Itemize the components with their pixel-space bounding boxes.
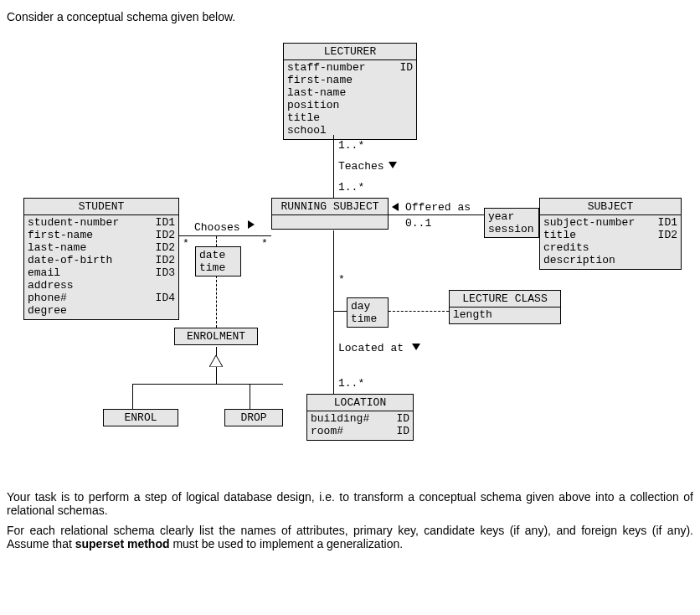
attr: staff-number	[287, 62, 366, 75]
attr: building#	[311, 413, 369, 426]
attr: last-name	[287, 87, 346, 100]
mult-chooses-left: *	[183, 237, 189, 250]
location-title: LOCATION	[307, 395, 413, 411]
label-chooses: Chooses	[194, 221, 240, 234]
assoc-chooses: date time	[195, 246, 241, 276]
attr: description	[543, 255, 615, 267]
intro-text: Consider a conceptual schema given below…	[7, 10, 693, 23]
attr-tag: ID2	[658, 230, 677, 242]
label-offered-as: Offered as	[405, 201, 471, 214]
outro-2: For each relational schema clearly list …	[7, 524, 693, 550]
arrow-offered-as	[392, 203, 399, 211]
assoc-attr: time	[351, 313, 384, 325]
entity-subject: SUBJECT subject-numberID1 titleID2 credi…	[539, 198, 682, 270]
mult-running-star: *	[338, 273, 345, 286]
enrol-title: ENROL	[104, 410, 178, 426]
mult-located: 1..*	[338, 377, 364, 390]
entity-lecture-class: LECTURE CLASS length	[449, 290, 561, 324]
outro-2-bold: superset method	[75, 537, 170, 550]
attr-tag: ID2	[156, 230, 175, 242]
lecturer-title: LECTURER	[284, 44, 416, 60]
attr: student-number	[28, 217, 119, 230]
attr: phone#	[28, 292, 67, 305]
conn-chooses-assoc	[216, 236, 217, 246]
attr: degree	[28, 305, 67, 318]
entity-location: LOCATION building#ID room#ID	[306, 394, 414, 441]
gen-triangle-icon	[209, 355, 223, 367]
conn-running-down	[333, 230, 334, 297]
arrow-located	[412, 344, 420, 350]
conn-located	[333, 339, 334, 394]
mult-teaches-bottom: 1..*	[338, 181, 364, 194]
attr-tag: ID1	[156, 217, 175, 230]
running-subject-title: RUNNING SUBJECT	[272, 199, 388, 215]
conn-daytime-down	[333, 297, 334, 339]
attr: length	[453, 309, 492, 322]
student-title: STUDENT	[24, 199, 178, 215]
conn-daytime-lecture	[389, 311, 449, 312]
outro-2-tail: must be used to implement a generalizati…	[170, 537, 404, 550]
attr: room#	[311, 426, 343, 438]
qualifier-year-session: year session	[484, 208, 539, 238]
attr-tag: ID1	[658, 217, 677, 230]
conn-gen-bar	[132, 384, 283, 385]
conn-offered-as	[389, 214, 484, 215]
attr: email	[28, 267, 60, 280]
attr-tag: ID4	[156, 292, 175, 305]
attr: last-name	[28, 242, 86, 255]
attr: title	[287, 112, 320, 125]
conn-gen-left	[132, 384, 133, 409]
lecture-class-title: LECTURE CLASS	[450, 291, 560, 308]
conn-daytime-left	[333, 311, 347, 312]
label-teaches: Teaches	[338, 160, 384, 173]
entity-drop: DROP	[224, 409, 283, 426]
attr: first-name	[287, 75, 353, 87]
attr: position	[287, 100, 339, 112]
qualifier-attr: session	[488, 223, 535, 235]
attr-tag: ID	[396, 426, 409, 438]
entity-student: STUDENT student-numberID1 first-nameID2 …	[23, 198, 179, 320]
attr: date-of-birth	[28, 255, 112, 267]
attr: credits	[543, 242, 589, 255]
attr-tag: ID3	[156, 267, 175, 280]
attr-tag: ID	[396, 413, 409, 426]
attr: first-name	[28, 230, 93, 242]
attr-tag: ID2	[156, 242, 175, 255]
mult-chooses-right: *	[261, 237, 268, 250]
mult-teaches-top: 1..*	[338, 139, 364, 152]
mult-offered-as: 0..1	[405, 217, 431, 230]
attr-tag: ID2	[156, 255, 175, 267]
attr: school	[287, 125, 327, 137]
assoc-attr: date	[199, 249, 237, 261]
conn-chooses-enrolment	[216, 276, 217, 328]
er-diagram: LECTURER staff-numberID first-name last-…	[7, 30, 693, 487]
entity-lecturer: LECTURER staff-numberID first-name last-…	[283, 43, 417, 140]
conn-gen-right	[250, 384, 250, 409]
subject-title: SUBJECT	[540, 199, 681, 215]
label-located-at: Located at	[338, 342, 404, 354]
qualifier-attr: year	[488, 210, 535, 223]
assoc-daytime: day time	[347, 297, 389, 328]
arrow-chooses	[248, 220, 255, 229]
entity-running-subject: RUNNING SUBJECT	[271, 198, 389, 230]
enrolment-title: ENROLMENT	[175, 328, 257, 344]
outro-1: Your task is to perform a step of logica…	[7, 490, 693, 517]
attr-tag: ID	[399, 62, 413, 75]
conn-chooses	[179, 235, 271, 236]
assoc-attr: time	[199, 261, 237, 274]
assoc-attr: day	[351, 300, 384, 313]
svg-marker-0	[209, 355, 223, 367]
entity-enrolment: ENROLMENT	[174, 328, 258, 345]
drop-title: DROP	[225, 410, 282, 426]
arrow-teaches	[389, 162, 397, 168]
conn-teaches	[333, 135, 334, 198]
attr: subject-number	[543, 217, 635, 230]
attr: title	[543, 230, 576, 242]
entity-enrol: ENROL	[103, 409, 178, 426]
conn-gen-stem	[216, 367, 217, 384]
attr: address	[28, 280, 74, 292]
